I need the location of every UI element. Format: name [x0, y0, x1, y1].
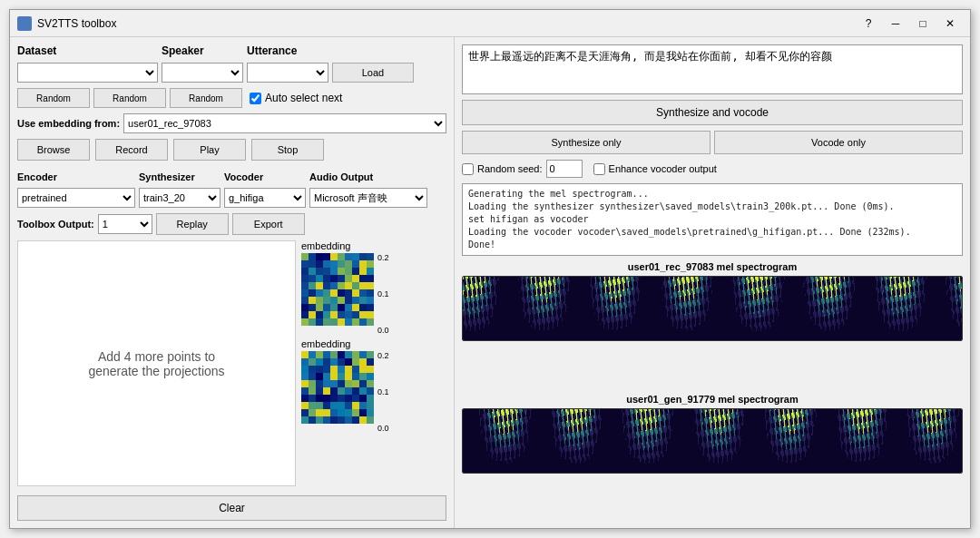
- embed1-canvas: [301, 253, 374, 326]
- random-row: Random Random Random Auto select next: [17, 88, 446, 108]
- log-area: Generating the mel spectrogram... Loadin…: [462, 183, 963, 256]
- colorbar2-min: 0.0: [377, 424, 389, 433]
- colorbar1-max: 0.2: [377, 253, 389, 262]
- main-content: Dataset Speaker Utterance Load Random Ra…: [10, 37, 970, 528]
- options-row: Random seed: Enhance vocoder output: [462, 160, 963, 178]
- stop-button[interactable]: Stop: [251, 139, 324, 161]
- model-headers: Encoder Synthesizer Vocoder Audio Output: [17, 171, 446, 182]
- record-button[interactable]: Record: [95, 139, 168, 161]
- use-embedding-row: Use embedding from: user01_rec_97083: [17, 113, 446, 133]
- maximize-button[interactable]: □: [910, 14, 936, 34]
- dataset-header: Dataset: [17, 44, 158, 57]
- synthesize-options-row: Synthesize only Vocode only: [462, 131, 963, 154]
- encoder-select[interactable]: pretrained: [17, 188, 135, 208]
- spec1-canvas: [463, 277, 962, 340]
- colorbar2-max: 0.2: [377, 351, 389, 360]
- load-button[interactable]: Load: [332, 63, 414, 83]
- embed2-canvas: [301, 351, 374, 424]
- random-speaker-button[interactable]: Random: [93, 88, 166, 108]
- projection-area: Add 4 more points to generate the projec…: [17, 240, 296, 486]
- app-icon: [17, 16, 32, 31]
- enhance-option: Enhance vocoder output: [593, 163, 717, 175]
- enhance-checkbox[interactable]: [593, 163, 605, 175]
- embed2-heatmap-wrap: 0.2 0.1 0.0: [301, 351, 446, 433]
- embed2-colorbar: 0.2 0.1 0.0: [377, 351, 389, 433]
- colorbar1-min: 0.0: [377, 326, 389, 335]
- play-button[interactable]: Play: [173, 139, 246, 161]
- speaker-select[interactable]: [162, 63, 243, 83]
- embedding-1: embedding 0.2 0.1 0.0: [301, 240, 446, 335]
- embedding-select[interactable]: user01_rec_97083: [123, 113, 446, 133]
- vocode-only-button[interactable]: Vocode only: [714, 131, 963, 154]
- random-seed-label: Random seed:: [477, 163, 543, 174]
- text-input[interactable]: [462, 44, 963, 94]
- use-embedding-label: Use embedding from:: [17, 118, 120, 129]
- random-seed-checkbox[interactable]: [462, 163, 474, 175]
- titlebar: SV2TTS toolbox ? ─ □ ✕: [10, 10, 970, 37]
- minimize-button[interactable]: ─: [883, 14, 908, 34]
- spectrogram2-section: user01_gen_91779 mel spectrogram: [462, 394, 963, 521]
- random-seed-option: Random seed:: [462, 160, 583, 178]
- right-panel: Synthesize and vocode Synthesize only Vo…: [455, 37, 970, 528]
- embeddings-panel: embedding 0.2 0.1 0.0 embedding: [301, 240, 446, 486]
- encoder-label: Encoder: [17, 171, 135, 182]
- embed1-colorbar: 0.2 0.1 0.0: [377, 253, 389, 335]
- spec2-label: user01_gen_91779 mel spectrogram: [462, 394, 963, 405]
- column-headers: Dataset Speaker Utterance: [17, 44, 446, 57]
- embedding-2: embedding 0.2 0.1 0.0: [301, 338, 446, 433]
- close-button[interactable]: ✕: [937, 14, 963, 34]
- colorbar1-mid: 0.1: [377, 289, 389, 298]
- random-utterance-button[interactable]: Random: [170, 88, 242, 108]
- synthesizer-select[interactable]: train3_20: [139, 188, 220, 208]
- random-seed-input[interactable]: [546, 160, 583, 178]
- left-panel: Dataset Speaker Utterance Load Random Ra…: [10, 37, 455, 528]
- synthesize-vocode-button[interactable]: Synthesize and vocode: [462, 100, 963, 125]
- model-selects-row: pretrained train3_20 g_hifiga Microsoft …: [17, 188, 446, 208]
- spectrogram1-section: user01_rec_97083 mel spectrogram: [462, 261, 963, 388]
- audio-output-label: Audio Output: [309, 171, 409, 182]
- browse-button[interactable]: Browse: [17, 139, 90, 161]
- toolbox-output-label: Toolbox Output:: [17, 219, 94, 230]
- projection-embed-row: Add 4 more points to generate the projec…: [17, 240, 446, 486]
- embed2-label: embedding: [301, 338, 446, 349]
- replay-button[interactable]: Replay: [156, 213, 229, 235]
- auto-select-row: Auto select next: [250, 92, 342, 104]
- utterance-header: Utterance: [247, 44, 328, 57]
- synthesize-only-button[interactable]: Synthesize only: [462, 131, 710, 154]
- audio-select[interactable]: Microsoft 声音映: [309, 188, 427, 208]
- embed1-heatmap-wrap: 0.2 0.1 0.0: [301, 253, 446, 335]
- spec2-container: [462, 408, 963, 474]
- spec1-container: [462, 276, 963, 341]
- clear-button[interactable]: Clear: [17, 495, 446, 521]
- projection-text: Add 4 more points to generate the projec…: [88, 349, 224, 378]
- log-text: Generating the mel spectrogram... Loadin…: [468, 188, 956, 251]
- vocoder-label: Vocoder: [224, 171, 306, 182]
- action-buttons-row: Browse Record Play Stop: [17, 139, 446, 161]
- speaker-header: Speaker: [162, 44, 243, 57]
- window-title: SV2TTS toolbox: [37, 17, 856, 30]
- random-dataset-button[interactable]: Random: [17, 88, 90, 108]
- vocoder-select[interactable]: g_hifiga: [224, 188, 306, 208]
- dataset-select[interactable]: [17, 63, 158, 83]
- auto-select-label: Auto select next: [265, 92, 342, 104]
- dataset-selects-row: Load: [17, 63, 446, 83]
- spec2-canvas: [463, 409, 962, 473]
- embed1-label: embedding: [301, 240, 446, 251]
- export-button[interactable]: Export: [232, 213, 305, 235]
- colorbar2-mid: 0.1: [377, 387, 389, 396]
- auto-select-checkbox[interactable]: [250, 93, 261, 104]
- titlebar-buttons: ? ─ □ ✕: [856, 14, 963, 34]
- utterance-select[interactable]: [247, 63, 328, 83]
- enhance-label: Enhance vocoder output: [609, 163, 717, 174]
- help-button[interactable]: ?: [856, 14, 881, 34]
- toolbox-row: Toolbox Output: 1 Replay Export: [17, 213, 446, 235]
- spec1-label: user01_rec_97083 mel spectrogram: [462, 261, 963, 272]
- main-window: SV2TTS toolbox ? ─ □ ✕ Dataset Speaker U…: [9, 9, 971, 529]
- toolbox-select[interactable]: 1: [98, 214, 152, 234]
- synthesizer-label: Synthesizer: [139, 171, 220, 182]
